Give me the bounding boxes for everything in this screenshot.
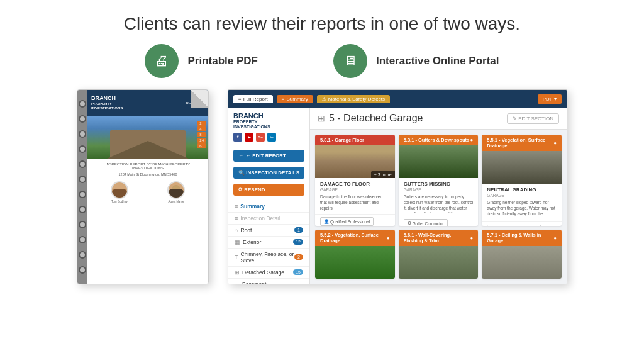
avatar-body-2: [168, 189, 184, 198]
card-3-header-text: 5.5.1 - Vegetation, Surface Drainage: [487, 137, 553, 148]
garage-badge: 15: [293, 269, 303, 275]
social-links: f ▶ G+ in: [233, 133, 304, 142]
linkedin-icon[interactable]: in: [267, 133, 276, 142]
defect-card-4[interactable]: 5.5.2 - Vegetation, Surface Drainage ●: [315, 230, 395, 279]
sidebar-item-chimney[interactable]: T Chimney, Fireplace, or Stove 2: [228, 249, 309, 267]
pdf-num-5: 6: [197, 143, 206, 148]
card-1-badge-text: Qualified Professional: [330, 220, 370, 224]
inspection-nav-icon: ≡: [235, 215, 238, 221]
card-2-image: [399, 145, 479, 178]
section-title-text: 5 - Detached Garage: [329, 113, 423, 124]
card-1-image: + 3 more: [315, 145, 395, 178]
tab-summary-label: Summary: [286, 96, 308, 102]
pdf-label: Printable PDF: [187, 55, 257, 67]
card-1-badge: 👤 Qualified Professional: [320, 217, 374, 226]
sidebar-item-chimney-label: Chimney, Fireplace, or Stove: [241, 251, 295, 264]
garage-nav-icon: ⊞: [235, 269, 240, 276]
warning-icon: ⚠: [322, 96, 326, 102]
facebook-icon[interactable]: f: [233, 133, 242, 142]
options-row: 🖨 Printable PDF 🖥 Interactive Online Por…: [145, 44, 499, 78]
defect-card-3[interactable]: 5.5.1 - Vegetation, Surface Drainage ● N…: [482, 135, 562, 226]
pdf-logo: BRANCH PROPERTYINVESTIGATIONS: [91, 95, 123, 111]
card-5-header-text: 5.6.1 - Wall-Covering, Flashing & Trim: [404, 232, 470, 243]
spiral-ring: [79, 145, 86, 153]
sidebar-item-garage[interactable]: ⊞ Detached Garage 15: [228, 267, 309, 279]
spiral-ring: [79, 206, 86, 213]
defect-card-6[interactable]: 5.7.1 - Ceiling & Walls in Garage ●: [482, 230, 562, 279]
pdf-icon: 🖨: [145, 44, 179, 78]
card-2-title: GUTTERS MISSING: [404, 181, 474, 187]
pdf-body-title: INSPECTION REPORT BY BRANCH PROPERTY INV…: [91, 162, 204, 170]
pdf-num-3: 8: [197, 132, 206, 137]
tab-full-report-label: Full Report: [243, 96, 268, 102]
defect-card-1[interactable]: 5.8.1 - Garage Floor ⚠ + 3 more DAMAGE T…: [315, 135, 395, 226]
pdf-avatar-name-1: Tom Godfrey: [111, 200, 128, 203]
spiral-ring: [79, 176, 86, 183]
resend-label: ⟳ RESEND: [238, 187, 265, 193]
pdf-preview: BRANCH PROPERTYINVESTIGATIONS Report Tag…: [77, 89, 209, 284]
card-3-header: 5.5.1 - Vegetation, Surface Drainage ●: [482, 135, 562, 151]
card-3-badge: 👤 Qualified Professional: [487, 225, 540, 226]
edit-section-button[interactable]: ✎ EDIT SECTION: [507, 113, 559, 124]
pdf-avatar-circle-1: [111, 181, 128, 199]
youtube-icon[interactable]: ▶: [245, 133, 253, 142]
card-2-subtitle: GARAGE: [404, 187, 474, 192]
tab-material-safety[interactable]: ⚠ Material & Safety Defects: [317, 95, 390, 103]
portal-label: Interactive Online Portal: [376, 55, 499, 67]
nav-item-left: ⊟ Basement, Foundation, Crawlspace & Str…: [235, 281, 294, 284]
defect-card-2[interactable]: 5.3.1 - Gutters & Downspouts ● GUTTERS M…: [399, 135, 479, 226]
summary-nav-icon: ≡: [235, 203, 238, 210]
card-1-header: 5.8.1 - Garage Floor ⚠: [315, 135, 395, 145]
nav-item-left: T Chimney, Fireplace, or Stove: [235, 251, 294, 264]
sidebar-item-inspection-label: Inspection Detail: [240, 215, 280, 221]
pdf-body: INSPECTION REPORT BY BRANCH PROPERTY INV…: [87, 159, 208, 284]
tab-summary[interactable]: ≡ Summary: [277, 95, 313, 103]
pdf-brand: BRANCH: [91, 95, 123, 102]
pdf-page-curl: [191, 90, 208, 108]
sidebar-item-inspection-detail[interactable]: ≡ Inspection Detail: [228, 213, 309, 225]
page-heading: Clients can review their reports in one …: [124, 0, 520, 44]
pdf-avatars: Tom Godfrey Agent Name: [91, 181, 204, 203]
card-1-desc: Damage to the floor was observed that wi…: [320, 194, 390, 211]
card-4-header: 5.5.2 - Vegetation, Surface Drainage ●: [315, 230, 395, 246]
exterior-badge: 12: [293, 239, 303, 245]
defect-card-5[interactable]: 5.6.1 - Wall-Covering, Flashing & Trim ●: [399, 230, 479, 279]
edit-report-label: ← EDIT REPORT: [246, 153, 286, 159]
portal-body: BRANCH PROPERTYINVESTIGATIONS f ▶ G+ in …: [228, 108, 567, 284]
chimney-nav-icon: T: [235, 254, 238, 260]
spiral-ring: [79, 191, 86, 198]
card-2-header: 5.3.1 - Gutters & Downspouts ●: [399, 135, 479, 145]
card-6-header: 5.7.1 - Ceiling & Walls in Garage ●: [482, 230, 562, 246]
sidebar-item-basement[interactable]: ⊟ Basement, Foundation, Crawlspace & Str…: [228, 279, 309, 284]
card-2-badge: ⚙ Gutter Contractor: [404, 219, 448, 226]
pdf-download-button[interactable]: PDF ▾: [538, 94, 562, 104]
edit-report-button[interactable]: ← ← EDIT REPORT: [233, 150, 304, 162]
resend-button[interactable]: ⟳ RESEND: [233, 184, 304, 196]
google-icon[interactable]: G+: [256, 133, 265, 142]
card-1-header-text: 5.8.1 - Garage Floor: [320, 137, 364, 143]
card-1-footer: 👤 Qualified Professional: [315, 214, 395, 226]
brand-name: BRANCH: [233, 113, 304, 120]
portal-sidebar: BRANCH PROPERTYINVESTIGATIONS f ▶ G+ in …: [228, 108, 310, 284]
sidebar-item-summary[interactable]: ≡ Summary: [228, 201, 309, 213]
pdf-num-2: 4: [197, 126, 206, 131]
brand-sub: PROPERTYINVESTIGATIONS: [233, 120, 304, 130]
card-2-footer: ⚙ Gutter Contractor: [399, 216, 479, 226]
tab-full-report[interactable]: ≡ Full Report: [233, 95, 273, 103]
sidebar-item-exterior[interactable]: ▦ Exterior 12: [228, 237, 309, 249]
portal-main-header: ⊞ 5 - Detached Garage ✎ EDIT SECTION: [310, 108, 567, 130]
sidebar-item-roof[interactable]: ⌂ Roof 1: [228, 225, 309, 237]
card-1-subtitle: GARAGE: [320, 187, 390, 192]
card-2-desc: Gutters are necessary to properly collec…: [404, 194, 474, 213]
card-4-image: [315, 246, 395, 279]
portal-main: ⊞ 5 - Detached Garage ✎ EDIT SECTION 5.8…: [310, 108, 567, 284]
card-1-body: DAMAGE TO FLOOR GARAGE Damage to the flo…: [315, 178, 395, 214]
card-2-body: GUTTERS MISSING GARAGE Gutters are neces…: [399, 178, 479, 216]
spiral-ring: [79, 115, 86, 123]
card-6-header-text: 5.7.1 - Ceiling & Walls in Garage: [487, 232, 553, 243]
sidebar-item-summary-label: Summary: [240, 203, 265, 210]
inspection-details-button[interactable]: 🔍 INSPECTION DETAILS: [233, 167, 304, 179]
exterior-nav-icon: ▦: [235, 239, 240, 245]
pdf-content: BRANCH PROPERTYINVESTIGATIONS Report Tag…: [87, 90, 208, 284]
sidebar-item-garage-label: Detached Garage: [242, 269, 284, 276]
